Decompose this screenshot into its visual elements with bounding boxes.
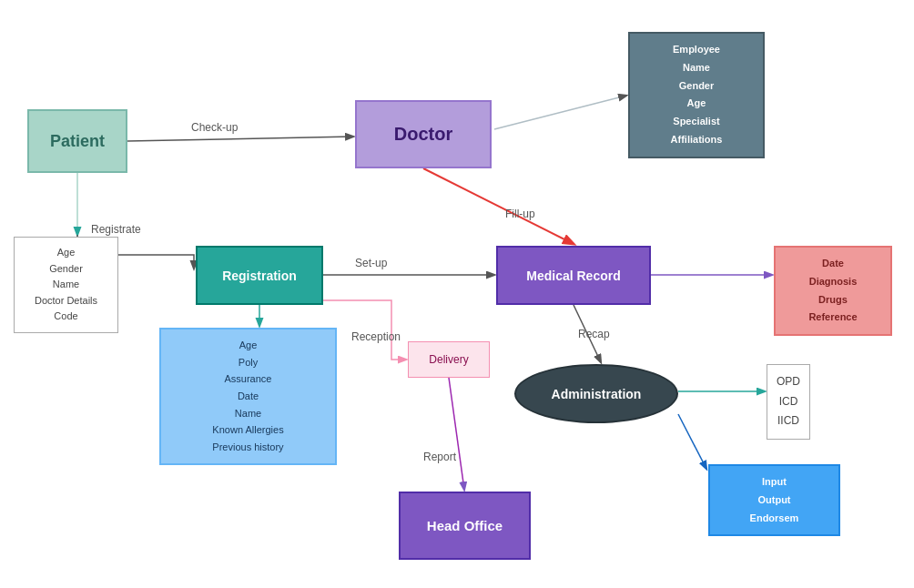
doctor-node: Doctor (355, 100, 492, 168)
doctor-data-content: EmployeeNameGenderAgeSpecialistAffiliati… (671, 44, 723, 145)
svg-line-9 (678, 414, 706, 469)
reception-label: Reception (351, 330, 401, 343)
setup-label: Set-up (355, 257, 387, 269)
registration-data-box: AgePolyAssuranceDateNameKnown AllergiesP… (159, 328, 337, 465)
checkup-label: Check-up (191, 121, 238, 134)
registration-node: Registration (196, 246, 323, 305)
administration-label: Administration (552, 387, 642, 401)
diagram: Patient Doctor Registration Medical Reco… (0, 0, 914, 588)
registration-data-content: AgePolyAssuranceDateNameKnown AllergiesP… (212, 340, 283, 452)
opd-data-content: OPDICDIICD (777, 375, 800, 427)
head-office-node: Head Office (399, 492, 531, 560)
administration-node: Administration (514, 364, 678, 423)
head-office-label: Head Office (427, 518, 503, 533)
registration-label: Registration (222, 269, 297, 283)
delivery-box: Delivery (408, 341, 490, 378)
doctor-data-box: EmployeeNameGenderAgeSpecialistAffiliati… (628, 32, 765, 158)
medical-record-node: Medical Record (496, 246, 651, 305)
report-label: Report (423, 451, 456, 463)
medical-record-label: Medical Record (526, 269, 620, 283)
patient-data-content: AgeGenderNameDoctor DetailsCode (35, 247, 97, 321)
output-data-content: InputOutputEndorsem (750, 476, 799, 523)
svg-line-0 (127, 137, 353, 141)
fillup-label: Fill-up (505, 208, 535, 220)
registrate-label: Registrate (91, 223, 141, 236)
patient-node: Patient (27, 109, 127, 173)
svg-line-4 (423, 168, 574, 244)
doctor-label: Doctor (394, 124, 452, 145)
recap-label: Recap (578, 328, 610, 340)
opd-data-box: OPDICDIICD (767, 364, 810, 440)
svg-line-1 (494, 96, 626, 129)
patient-data-box: AgeGenderNameDoctor DetailsCode (14, 237, 118, 333)
medical-data-box: DateDiagnosisDrugsReference (774, 246, 892, 336)
delivery-label: Delivery (429, 353, 468, 366)
patient-label: Patient (50, 132, 105, 151)
output-data-box: InputOutputEndorsem (708, 464, 840, 536)
svg-line-8 (449, 378, 464, 490)
medical-data-content: DateDiagnosisDrugsReference (808, 258, 857, 322)
